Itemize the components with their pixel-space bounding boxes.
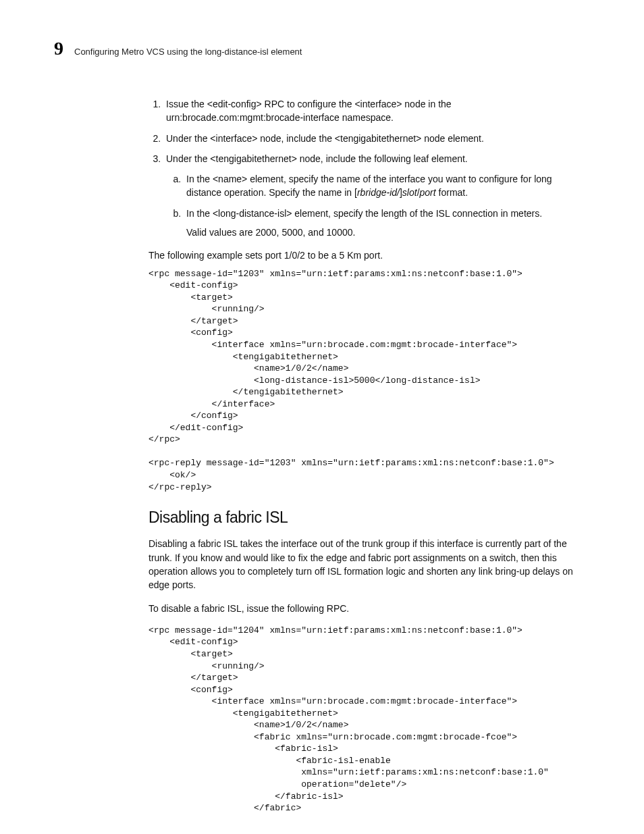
step-3b-valid: Valid values are 2000, 5000, and 10000. xyxy=(186,226,586,239)
step-1: Issue the <edit-config> RPC to configure… xyxy=(163,97,586,125)
section2-p2: To disable a fabric ISL, issue the follo… xyxy=(149,602,586,615)
section2-p1: Disabling a fabric ISL takes the interfa… xyxy=(149,537,586,592)
code-block-2: <rpc message-id="1204" xmlns="urn:ietf:p… xyxy=(149,625,586,814)
example-intro: The following example sets port 1/0/2 to… xyxy=(149,249,586,262)
sub-steps: In the <name> element, specify the name … xyxy=(166,172,586,239)
step-3a-port: port xyxy=(420,187,436,198)
step-3a-slot: slot xyxy=(402,187,417,198)
step-3a-rbridge: rbridge-id/ xyxy=(357,187,400,198)
step-3a: In the <name> element, specify the name … xyxy=(184,172,586,200)
chapter-title: Configuring Metro VCS using the long-dis… xyxy=(74,47,302,57)
step-2: Under the <interface> node, include the … xyxy=(163,132,586,145)
page-header: 9 Configuring Metro VCS using the long-d… xyxy=(54,38,590,59)
step-3a-suffix: format. xyxy=(436,187,468,198)
step-3b-text: In the <long-distance-isl> element, spec… xyxy=(186,208,542,219)
section-heading-disable: Disabling a fabric ISL xyxy=(149,506,586,529)
code-block-1: <rpc message-id="1203" xmlns="urn:ietf:p… xyxy=(149,268,586,493)
step-3-text: Under the <tengigabitethernet> node, inc… xyxy=(166,153,468,164)
step-3: Under the <tengigabitethernet> node, inc… xyxy=(163,152,586,239)
body-content: Issue the <edit-config> RPC to configure… xyxy=(149,97,586,814)
step-3b: In the <long-distance-isl> element, spec… xyxy=(184,207,586,240)
procedure-list: Issue the <edit-config> RPC to configure… xyxy=(149,97,586,239)
page-container: 9 Configuring Metro VCS using the long-d… xyxy=(0,0,644,834)
chapter-number: 9 xyxy=(54,38,63,59)
